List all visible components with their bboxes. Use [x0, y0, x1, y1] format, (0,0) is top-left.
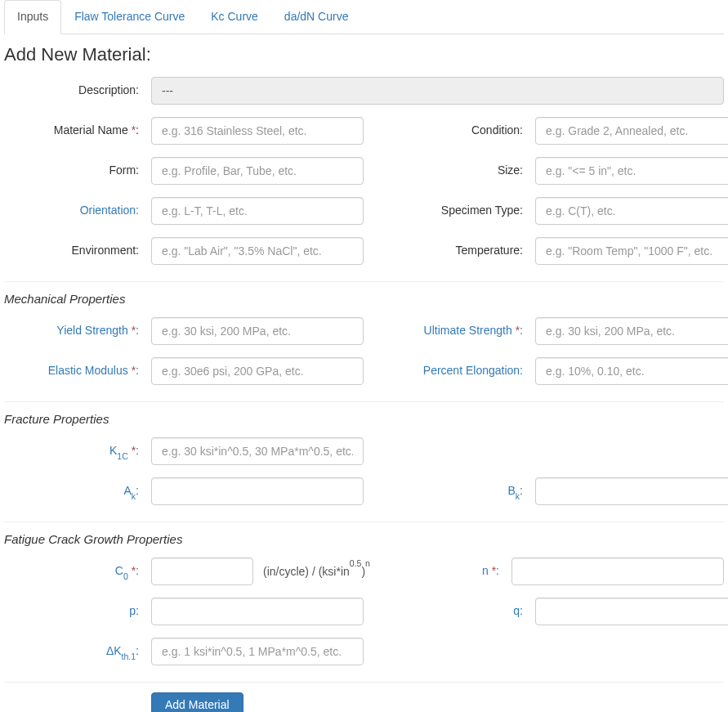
- divider: [4, 522, 724, 522]
- n-input[interactable]: [511, 558, 724, 585]
- p-label[interactable]: p:: [4, 603, 151, 620]
- specimen-type-label: Specimen Type:: [388, 203, 535, 219]
- orientation-input[interactable]: [151, 197, 364, 225]
- tab-kc-curve[interactable]: Kc Curve: [198, 0, 271, 34]
- percent-elongation-label[interactable]: Percent Elongation:: [388, 363, 535, 379]
- environment-input[interactable]: [151, 237, 364, 265]
- ak-label[interactable]: Ak:: [4, 483, 151, 499]
- k1c-input[interactable]: [151, 437, 364, 465]
- size-label: Size:: [388, 163, 535, 179]
- divider: [4, 401, 724, 402]
- temperature-label: Temperature:: [388, 243, 535, 259]
- n-label[interactable]: n *:: [389, 563, 511, 580]
- condition-input[interactable]: [535, 117, 728, 145]
- elastic-modulus-input[interactable]: [151, 357, 364, 385]
- p-input[interactable]: [151, 598, 364, 625]
- c0-input[interactable]: [151, 558, 253, 585]
- percent-elongation-input[interactable]: [535, 357, 728, 385]
- specimen-type-input[interactable]: [535, 197, 728, 225]
- elastic-modulus-label[interactable]: Elastic Modulus *:: [4, 363, 151, 379]
- nav-tabs: Inputs Flaw Tolerance Curve Kc Curve da/…: [4, 0, 724, 34]
- page-title: Add New Material:: [4, 44, 724, 65]
- description-value: ---: [162, 84, 173, 97]
- ultimate-strength-label[interactable]: Ultimate Strength *:: [388, 323, 535, 339]
- bk-label[interactable]: Bk:: [388, 483, 535, 499]
- bk-input[interactable]: [535, 477, 728, 505]
- dkth-input[interactable]: [151, 638, 364, 665]
- divider: [4, 682, 724, 683]
- material-name-input[interactable]: [151, 117, 364, 145]
- c0-unit-label: (in/cycle) / (ksi*in0.5)n: [253, 565, 370, 578]
- q-input[interactable]: [535, 598, 728, 625]
- temperature-input[interactable]: [535, 237, 728, 265]
- ak-input[interactable]: [151, 477, 364, 505]
- add-material-button[interactable]: Add Material: [151, 692, 243, 712]
- tab-flaw-tolerance-curve[interactable]: Flaw Tolerance Curve: [61, 0, 198, 34]
- divider: [4, 281, 724, 282]
- yield-strength-input[interactable]: [151, 317, 364, 345]
- orientation-label[interactable]: Orientation:: [4, 203, 151, 219]
- fcg-properties-title: Fatigue Crack Growth Properties: [4, 532, 724, 546]
- condition-label: Condition:: [388, 123, 535, 139]
- mechanical-properties-title: Mechanical Properties: [4, 292, 724, 306]
- q-label[interactable]: q:: [388, 603, 535, 620]
- form-label: Form:: [4, 163, 151, 179]
- tab-dadn-curve[interactable]: da/dN Curve: [271, 0, 362, 34]
- form-input[interactable]: [151, 157, 364, 185]
- ultimate-strength-input[interactable]: [535, 317, 728, 345]
- description-label: Description:: [4, 83, 151, 99]
- k1c-label[interactable]: K1C *:: [4, 443, 151, 459]
- c0-label[interactable]: C0 *:: [4, 563, 151, 580]
- description-field: ---: [151, 77, 724, 105]
- material-name-label: Material Name *:: [4, 123, 151, 139]
- dkth-label[interactable]: ΔKth.1:: [4, 643, 151, 660]
- tab-inputs[interactable]: Inputs: [4, 0, 61, 34]
- size-input[interactable]: [535, 157, 728, 185]
- environment-label: Environment:: [4, 243, 151, 259]
- fracture-properties-title: Fracture Properties: [4, 412, 724, 426]
- yield-strength-label[interactable]: Yield Strength *:: [4, 323, 151, 339]
